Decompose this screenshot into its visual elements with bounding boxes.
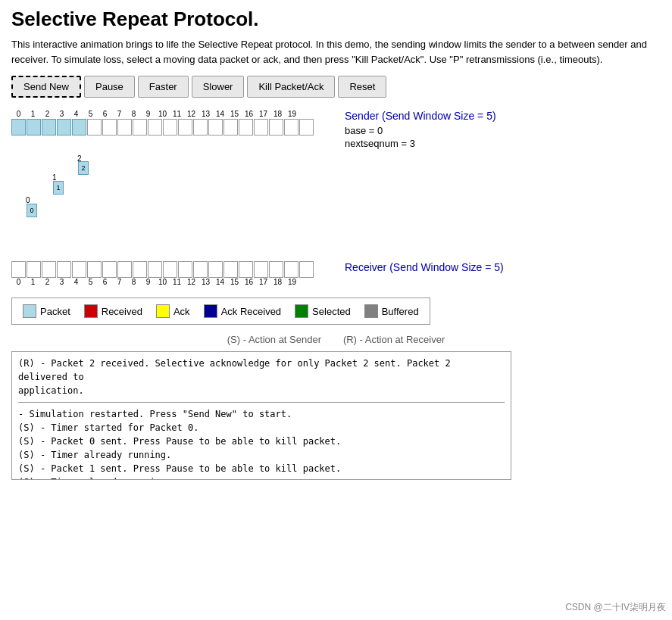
legend-label-buffered: Buffered: [382, 306, 419, 317]
sender-pkt-2: [42, 119, 56, 136]
recv-pkt-13: [208, 261, 223, 278]
log-divider: [18, 402, 505, 403]
page-title: Selective Repeat Protocol.: [11, 8, 661, 31]
recv-pkt-1: [27, 261, 41, 278]
log-area[interactable]: (R) - Packet 2 received. Selective ackno…: [11, 351, 511, 480]
recv-pkt-7: [117, 261, 132, 278]
log-line-7: (S) - Packet 1 sent. Press Pause to be a…: [18, 462, 505, 475]
log-line-0: (R) - Packet 2 received. Selective ackno…: [18, 357, 505, 384]
legend-ack-received: Ack Received: [204, 304, 281, 318]
sender-info: Sender (Send Window Size = 5) base = 0 n…: [345, 110, 496, 151]
flying-pkt-2: 2: [78, 161, 89, 175]
sender-pkt-4: [72, 119, 86, 136]
sender-pkt-19: [299, 119, 314, 136]
pkt-label-2: 2: [77, 154, 82, 163]
sender-base: base = 0: [345, 125, 496, 136]
sender-pkt-11: [178, 119, 192, 136]
legend-label-selected: Selected: [312, 306, 351, 317]
recv-pkt-14: [223, 261, 238, 278]
sender-nextseqnum: nextseqnum = 3: [345, 138, 496, 149]
log-line-4: (S) - Timer started for Packet 0.: [18, 421, 505, 435]
slower-button[interactable]: Slower: [192, 76, 245, 98]
recv-pkt-11: [178, 261, 192, 278]
sender-pkt-3: [57, 119, 71, 136]
action-labels: (S) - Action at Sender (R) - Action at R…: [11, 334, 661, 345]
legend-color-selected: [295, 304, 308, 318]
sender-pkt-7: [117, 119, 132, 136]
description: This interactive animation brings to lif…: [11, 37, 661, 67]
recv-pkt-9: [148, 261, 162, 278]
sender-window-area: 012345678910111213141516171819: [11, 110, 314, 136]
recv-pkt-6: [102, 261, 117, 278]
action-receiver-label: (R) - Action at Receiver: [343, 334, 445, 345]
legend-ack: Ack: [156, 304, 190, 318]
recv-pkt-10: [163, 261, 177, 278]
flying-pkt-0: 0: [27, 204, 37, 217]
recv-pkt-12: [193, 261, 208, 278]
sender-pkt-0: [11, 119, 26, 136]
legend-label-ack-received: Ack Received: [221, 306, 281, 317]
recv-pkt-18: [284, 261, 298, 278]
animation-area: 0 1 2 0 1 2: [11, 157, 337, 255]
sender-title: Sender (Send Window Size = 5): [345, 110, 496, 122]
legend-buffered: Buffered: [364, 304, 419, 318]
sender-pkt-16: [254, 119, 268, 136]
receiver-title: Receiver (Send Window Size = 5): [345, 261, 504, 273]
log-line-5: (S) - Packet 0 sent. Press Pause to be a…: [18, 435, 505, 448]
receiver-packet-row: [11, 261, 314, 278]
legend-received: Received: [84, 304, 142, 318]
flying-pkt-1: 1: [53, 181, 64, 195]
legend-packet: Packet: [23, 304, 70, 318]
sender-pkt-14: [223, 119, 238, 136]
receiver-seq-numbers: 012345678910111213141516171819: [11, 278, 314, 286]
legend-selected: Selected: [295, 304, 351, 318]
pkt-label-1: 1: [52, 173, 57, 182]
sender-pkt-15: [239, 119, 253, 136]
legend-color-received: [84, 304, 98, 318]
pkt-label-0: 0: [26, 196, 30, 204]
faster-button[interactable]: Faster: [138, 76, 189, 98]
receiver-info: Receiver (Send Window Size = 5): [345, 261, 504, 273]
legend: Packet Received Ack Ack Received Selecte…: [11, 298, 430, 325]
action-sender-label: (S) - Action at Sender: [227, 334, 321, 345]
recv-pkt-0: [11, 261, 26, 278]
log-line-3: - Simulation restarted. Press "Send New"…: [18, 407, 505, 421]
sender-pkt-8: [133, 119, 147, 136]
sender-pkt-12: [193, 119, 208, 136]
receiver-window-area: 012345678910111213141516171819: [11, 261, 314, 287]
recv-pkt-5: [87, 261, 102, 278]
sender-pkt-10: [163, 119, 177, 136]
send-new-button[interactable]: Send New: [11, 76, 81, 98]
sender-pkt-1: [27, 119, 41, 136]
sender-pkt-17: [269, 119, 283, 136]
legend-color-packet: [23, 304, 36, 318]
pause-button[interactable]: Pause: [84, 76, 135, 98]
recv-pkt-16: [254, 261, 268, 278]
log-line-8: (S) - Timer already running.: [18, 475, 505, 480]
legend-label-packet: Packet: [40, 306, 70, 317]
recv-pkt-8: [133, 261, 147, 278]
legend-label-ack: Ack: [173, 306, 190, 317]
sender-pkt-5: [87, 119, 102, 136]
legend-color-buffered: [364, 304, 378, 318]
sender-pkt-9: [148, 119, 162, 136]
legend-color-ack-received: [204, 304, 217, 318]
toolbar: Send New Pause Faster Slower Kill Packet…: [11, 76, 661, 98]
sender-pkt-6: [102, 119, 117, 136]
recv-pkt-17: [269, 261, 283, 278]
recv-pkt-15: [239, 261, 253, 278]
sender-packet-row: [11, 119, 314, 136]
log-line-1: application.: [18, 384, 505, 397]
log-line-6: (S) - Timer already running.: [18, 448, 505, 462]
legend-color-ack: [156, 304, 170, 318]
sender-pkt-13: [208, 119, 223, 136]
recv-pkt-3: [57, 261, 71, 278]
recv-pkt-2: [42, 261, 56, 278]
sender-pkt-18: [284, 119, 298, 136]
kill-packet-ack-button[interactable]: Kill Packet/Ack: [247, 76, 335, 98]
recv-pkt-19: [299, 261, 314, 278]
reset-button[interactable]: Reset: [338, 76, 386, 98]
sender-seq-numbers: 012345678910111213141516171819: [11, 110, 314, 118]
recv-pkt-4: [72, 261, 86, 278]
legend-label-received: Received: [102, 306, 142, 317]
